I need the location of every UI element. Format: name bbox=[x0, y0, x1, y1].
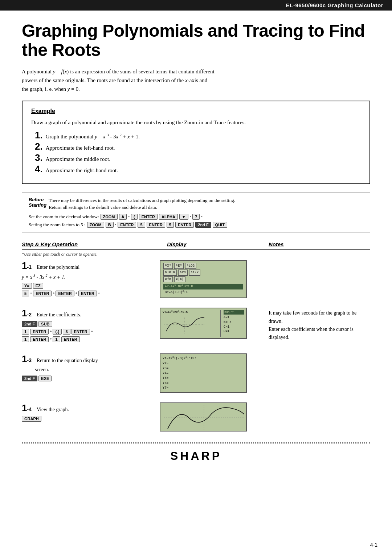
list-item: 2. Approximate the left-hand root. bbox=[35, 142, 361, 153]
sub-note: *Use either pen touch or cursor to opera… bbox=[22, 252, 370, 257]
eq-line-y1: Y1=1X3+(-3)X2+1X+1 bbox=[163, 356, 244, 361]
notes-col-1-4 bbox=[269, 402, 370, 404]
enter-key2: ENTER bbox=[118, 222, 136, 228]
ye-key: Y= bbox=[22, 283, 32, 289]
star-2: * bbox=[53, 292, 54, 296]
step-row-1-3: 1-3 Return to the equation display scree… bbox=[22, 353, 370, 393]
step-id-1-2: 1 bbox=[22, 308, 27, 319]
example-label: Example bbox=[31, 108, 361, 114]
sharp-logo: SHARP bbox=[22, 449, 370, 463]
exe-key: EXE bbox=[38, 376, 52, 381]
columns-header: Step & Key Operation Display Notes bbox=[22, 241, 370, 250]
key-row-1-2b: 1 ENTER * (-) 3 ENTER * bbox=[22, 329, 154, 335]
eq-line-y2: Y2= bbox=[163, 361, 244, 366]
zoom-line2: Setting the zoom factors to 5 : ZOOM B *… bbox=[29, 222, 363, 228]
enter-1-2-1: ENTER bbox=[30, 329, 49, 335]
step-text-2: Approximate the left-hand root. bbox=[46, 143, 115, 153]
step-desc-1-3b: screen. bbox=[35, 367, 154, 373]
coeff-graph-svg bbox=[163, 315, 206, 335]
list-item: 3. Approximate the middle root. bbox=[35, 153, 361, 164]
star-1-2-3: * bbox=[50, 337, 52, 341]
zoom-line-text: Set the zoom to the decimal window: bbox=[29, 214, 99, 220]
display-col-1-4 bbox=[160, 402, 269, 432]
step-sub-1: -1 bbox=[27, 264, 31, 270]
star4: * bbox=[115, 223, 117, 227]
star-1: * bbox=[30, 292, 32, 296]
graph-key: GRAPH bbox=[22, 416, 41, 422]
dot-divider bbox=[22, 442, 370, 443]
star-1-2-1: * bbox=[50, 330, 52, 334]
star2: * bbox=[190, 215, 191, 219]
before-note2: Return all settings to the default value… bbox=[49, 204, 235, 211]
x2-btn: BX2 bbox=[163, 263, 173, 269]
display-col-1-1: BX2 BEX BLOG BTRIG Bx3 B1/x B√x B|X| AY=… bbox=[160, 260, 269, 298]
step-text-1: Graph the polynomial y = x 3 - 3x 2 + x … bbox=[46, 132, 140, 142]
ex-btn: BEX bbox=[174, 263, 184, 269]
step-text-3: Approximate the middle root. bbox=[46, 154, 110, 164]
step-row-1-4: 1-4 View the graph. GRAPH bbox=[22, 402, 370, 432]
step-key-operation-label: Step & Key Operation bbox=[22, 241, 78, 247]
inv-x-btn: B1/x bbox=[189, 270, 200, 276]
star-1-2-2: * bbox=[91, 330, 93, 334]
step-sub-1-4: -4 bbox=[27, 406, 31, 412]
x3-btn: Bx3 bbox=[178, 270, 188, 276]
notes-col-1-2: It may take few seconds for the graph to… bbox=[269, 308, 370, 342]
display-col-1-2: Y1=AX3+BX2+CX+D SUB:Y1 A=1 B=-3 bbox=[160, 308, 269, 339]
zoom-key2: ZOOM bbox=[87, 222, 104, 228]
enter-key4: ENTER bbox=[175, 222, 194, 228]
header-title: EL-9650/9600c Graphing Calculator bbox=[286, 2, 383, 8]
step-formula-1-1: y = x 3 - 3x 2 + x + 1. bbox=[22, 274, 154, 280]
screen-poly-eq2: BY=A(X-H)3+K bbox=[163, 289, 243, 295]
before-starting-box: Before Starting There may be differences… bbox=[22, 192, 370, 232]
seven-key: 7 bbox=[192, 214, 200, 220]
step-col-1-2: 1-2 Enter the coefficients. 2nd F SUB 1 … bbox=[22, 308, 160, 344]
key-row-1-3a: 2nd F EXE bbox=[22, 376, 154, 381]
eq-line-y5: Y5= bbox=[163, 376, 244, 381]
display-label: Display bbox=[167, 241, 186, 247]
step-num-3: 3. bbox=[35, 153, 43, 162]
five-key2: 5 bbox=[167, 222, 174, 228]
one-key-2: 1 bbox=[22, 336, 29, 342]
coeff-d: D=1 bbox=[224, 329, 244, 334]
screen-menu: AY=AX5+BX2+CX+D BY=A(X-H)3+K bbox=[163, 284, 243, 295]
intro-text: A polynomial y = f(x) is an expression o… bbox=[22, 67, 370, 93]
before-row: Before Starting There may be differences… bbox=[29, 197, 363, 211]
a-key: A bbox=[119, 214, 127, 220]
zoom-key: ZOOM bbox=[101, 214, 118, 220]
intro-line1: A polynomial y = f(x) is an expression o… bbox=[22, 69, 215, 74]
col-step-header: Step & Key Operation bbox=[22, 241, 160, 248]
step-col-1-4: 1-4 View the graph. GRAPH bbox=[22, 402, 160, 424]
sub-key: SUB bbox=[38, 321, 52, 327]
step-row-1-2: 1-2 Enter the coefficients. 2nd F SUB 1 … bbox=[22, 308, 370, 344]
enter-1-2-3: ENTER bbox=[30, 336, 49, 342]
step-col-1-3: 1-3 Return to the equation display scree… bbox=[22, 353, 160, 383]
alpha-key: ALPHA bbox=[159, 214, 178, 220]
svg-rect-3 bbox=[160, 403, 247, 432]
notes-col-1-3 bbox=[269, 353, 370, 355]
before-note1: There may be differences in the results … bbox=[49, 197, 235, 204]
2ndf-key-1-2: 2nd F bbox=[22, 321, 37, 327]
coeff-right: SUB:Y1 A=1 B=-3 C=1 D=1 bbox=[222, 310, 244, 336]
example-box: Example Draw a graph of a polynomial and… bbox=[22, 101, 370, 184]
enter-3: ENTER bbox=[78, 291, 97, 296]
example-steps-list: 1. Graph the polynomial y = x 3 - 3x 2 +… bbox=[31, 130, 361, 175]
calc-screen-1-4 bbox=[160, 402, 247, 432]
intro-line3: the graph, i. e. when y = 0. bbox=[22, 86, 80, 92]
key-row-1-1b: 5 * ENTER * ENTER * ENTER * bbox=[22, 291, 154, 296]
notes-text-1-2: It may take few seconds for the graph to… bbox=[269, 310, 356, 340]
open-paren-key: ( bbox=[131, 214, 138, 220]
coeff-a: A=1 bbox=[224, 315, 244, 320]
display-col-1-3: Y1=1X3+(-3)X2+1X+1 Y2= Y3= Y4= Y5= Y6= Y… bbox=[160, 353, 269, 393]
coeff-b: B=-3 bbox=[224, 320, 244, 325]
before-label: Before bbox=[29, 197, 46, 202]
before-text: There may be differences in the results … bbox=[49, 197, 235, 211]
step-heading-1-3: 1-3 Return to the equation display bbox=[22, 353, 154, 365]
star3: * bbox=[201, 215, 203, 219]
step-text-4: Approximate the right-hand root. bbox=[46, 166, 118, 175]
step-id-1: 1 bbox=[22, 260, 27, 271]
calc-screen-1-3: Y1=1X3+(-3)X2+1X+1 Y2= Y3= Y4= Y5= Y6= Y… bbox=[160, 353, 247, 393]
enter-2: ENTER bbox=[56, 291, 74, 296]
five-key1: 5 bbox=[138, 222, 145, 228]
step-desc-1-3: Return to the equation display bbox=[37, 358, 98, 363]
step-sub-1-2: -2 bbox=[27, 312, 31, 317]
